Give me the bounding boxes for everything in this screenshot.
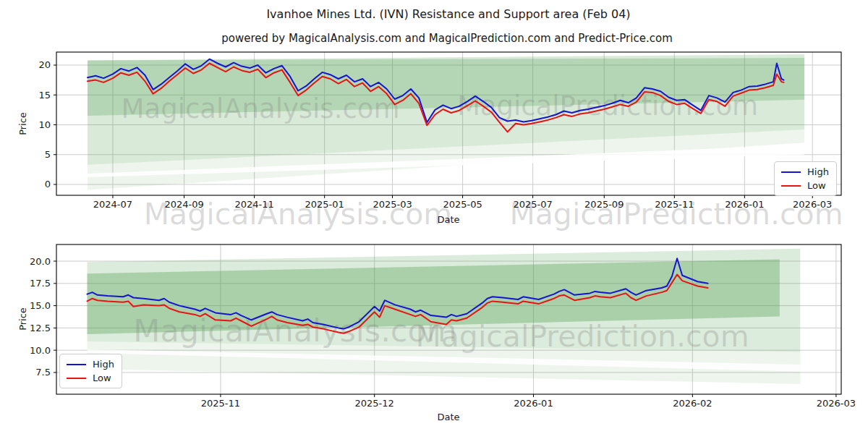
top-chart-y-axis-label: Price	[17, 112, 28, 135]
legend-label: Low	[807, 181, 826, 190]
x-tick-label: 2025-07	[513, 199, 552, 210]
chart-subtitle: powered by MagicalAnalysis.com and Magic…	[0, 32, 868, 45]
y-tick-label: 10.0	[30, 345, 51, 356]
legend-item-high: High	[781, 167, 829, 176]
watermark-text: MagicalAnalysis.com	[122, 93, 400, 124]
x-tick-label: 2026-01	[725, 199, 764, 210]
figure: MagicalAnalysis.comMagicalPrediction.com…	[0, 0, 868, 434]
watermark-text: MagicalPrediction.com	[415, 319, 749, 354]
x-tick-label: 2024-09	[164, 199, 203, 210]
x-tick-label: 2025-12	[355, 398, 394, 409]
y-tick-label: 15	[38, 90, 51, 101]
legend-label: High	[807, 167, 829, 176]
y-tick-label: 5	[45, 149, 51, 160]
y-tick-label: 15.0	[30, 300, 51, 311]
x-tick-label: 2025-11	[655, 199, 694, 210]
chart-title: Ivanhoe Mines Ltd. (IVN) Resistance and …	[0, 7, 868, 21]
legend-line-sample-low	[781, 185, 801, 187]
legend-line-sample-low	[67, 378, 86, 379]
watermark-text: MagicalAnalysis.com	[133, 312, 456, 349]
legend-label: Low	[93, 373, 111, 383]
x-tick-label: 2026-03	[817, 398, 856, 409]
legend-label: High	[93, 359, 114, 369]
y-tick-label: 0	[45, 179, 51, 190]
y-tick-label: 20	[38, 59, 51, 70]
x-tick-label: 2024-11	[234, 199, 273, 210]
bottom-chart-x-axis-label: Date	[437, 412, 459, 422]
y-tick-label: 7.5	[35, 367, 51, 378]
legend-item-low: Low	[781, 181, 829, 190]
x-tick-label: 2025-11	[201, 398, 240, 409]
y-tick-label: 17.5	[30, 278, 51, 289]
y-tick-label: 10	[38, 119, 51, 130]
legend-item-low: Low	[67, 373, 114, 383]
top-chart-x-axis-label: Date	[437, 214, 459, 225]
x-tick-label: 2026-03	[793, 199, 832, 210]
x-tick-label: 2026-02	[673, 398, 712, 409]
y-tick-label: 12.5	[30, 323, 51, 333]
x-tick-label: 2025-01	[305, 199, 344, 210]
y-tick-label: 20.0	[30, 256, 51, 267]
x-tick-label: 2026-01	[514, 398, 553, 409]
legend-item-high: High	[67, 359, 114, 369]
legend-line-sample-high	[67, 364, 86, 365]
bottom-chart-y-axis-label: Price	[17, 307, 28, 331]
charts-svg: MagicalAnalysis.comMagicalPrediction.com…	[0, 0, 868, 434]
top-chart-legend: HighLow	[774, 161, 837, 196]
x-tick-label: 2025-03	[373, 199, 412, 210]
x-tick-label: 2025-05	[443, 199, 482, 210]
watermark-text: MagicalPrediction.com	[457, 90, 758, 122]
bottom-chart-legend: HighLow	[59, 354, 122, 388]
x-tick-label: 2024-07	[93, 199, 132, 210]
legend-line-sample-high	[781, 171, 801, 173]
x-tick-label: 2025-09	[584, 199, 624, 210]
